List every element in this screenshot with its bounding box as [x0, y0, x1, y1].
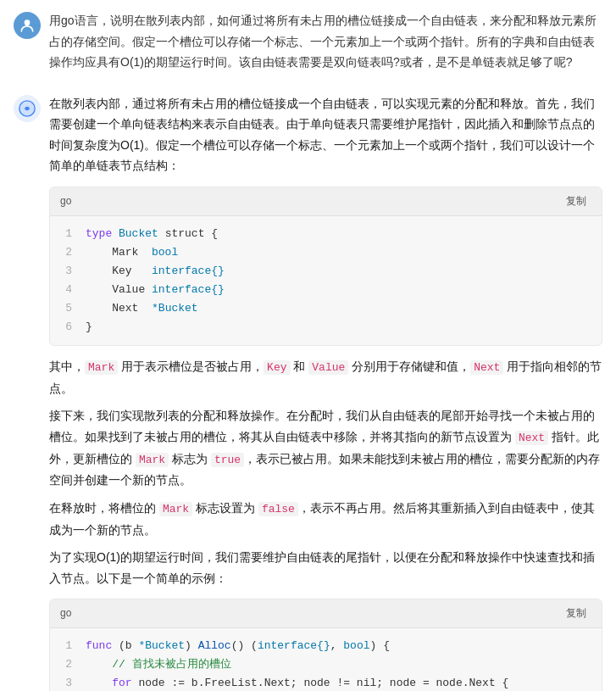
user-avatar: [14, 12, 41, 39]
chat-container: 用go语言，说明在散列表内部，如何通过将所有未占用的槽位链接成一个自由链表，来分…: [0, 0, 616, 691]
user-message-content: 用go语言，说明在散列表内部，如何通过将所有未占用的槽位链接成一个自由链表，来分…: [49, 10, 602, 80]
code-line: 3 for node := b.FreeList.Next; node != n…: [60, 674, 591, 691]
code-body-1: 1 type Bucket struct { 2 Mark bool 3 Key…: [50, 216, 602, 346]
ai-para-5: 为了实现O(1)的期望运行时间，我们需要维护自由链表的尾指针，以便在分配和释放操…: [49, 547, 602, 588]
code-body-2: 1 func (b *Bucket) Alloc() (interface{},…: [50, 628, 602, 691]
code-line: 5 Next *Bucket: [60, 299, 591, 318]
code-line: 2 // 首找未被占用的槽位: [60, 655, 591, 674]
user-icon: [19, 17, 36, 34]
ai-para-2: 其中，Mark 用于表示槽位是否被占用，Key 和 Value 分别用于存储键和…: [49, 356, 602, 398]
code-lang-2: go: [60, 605, 71, 622]
svg-point-2: [25, 106, 30, 110]
code-line: 6 }: [60, 318, 591, 337]
code-line: 3 Key interface{}: [60, 262, 591, 281]
ai-message: 在散列表内部，通过将所有未占用的槽位链接成一个自由链表，可以实现元素的分配和释放…: [14, 93, 602, 692]
code-line: 1 func (b *Bucket) Alloc() (interface{},…: [60, 637, 591, 655]
code-line: 1 type Bucket struct {: [60, 225, 591, 243]
ai-avatar: [14, 95, 41, 122]
copy-button-2[interactable]: 复制: [561, 605, 591, 622]
code-header-2: go 复制: [50, 599, 602, 628]
ai-intro: 在散列表内部，通过将所有未占用的槽位链接成一个自由链表，可以实现元素的分配和释放…: [49, 93, 602, 176]
code-header-1: go 复制: [50, 187, 602, 216]
svg-point-0: [25, 20, 31, 25]
code-block-1: go 复制 1 type Bucket struct { 2 Mark bool…: [49, 187, 602, 347]
ai-para-3: 接下来，我们实现散列表的分配和释放操作。在分配时，我们从自由链表的尾部开始寻找一…: [49, 405, 602, 491]
user-text: 用go语言，说明在散列表内部，如何通过将所有未占用的槽位链接成一个自由链表，来分…: [49, 10, 602, 73]
ai-message-content: 在散列表内部，通过将所有未占用的槽位链接成一个自由链表，可以实现元素的分配和释放…: [49, 93, 602, 692]
user-message: 用go语言，说明在散列表内部，如何通过将所有未占用的槽位链接成一个自由链表，来分…: [14, 10, 602, 80]
ai-icon: [18, 99, 36, 118]
code-line: 2 Mark bool: [60, 243, 591, 262]
ai-para-4: 在释放时，将槽位的 Mark 标志设置为 false，表示不再占用。然后将其重新…: [49, 498, 602, 540]
code-lang-1: go: [60, 192, 71, 210]
copy-button-1[interactable]: 复制: [561, 192, 591, 210]
code-block-2: go 复制 1 func (b *Bucket) Alloc() (interf…: [49, 599, 602, 691]
code-line: 4 Value interface{}: [60, 281, 591, 299]
